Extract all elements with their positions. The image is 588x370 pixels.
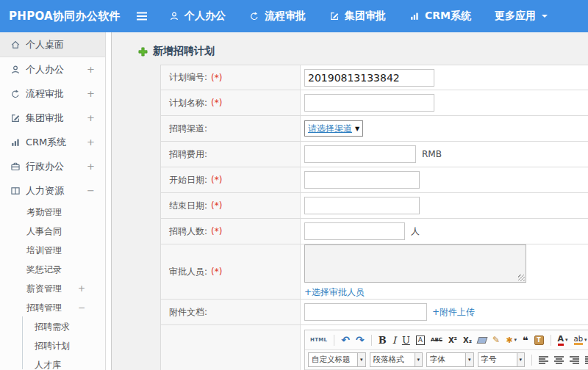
person-icon [10,65,21,75]
expand-plus-icon[interactable]: + [87,161,95,172]
sidebar-item-recruit-mgmt[interactable]: 招聘管理− [0,298,105,317]
approvers-link[interactable]: +选择审批人员 [304,286,365,299]
font-size-select[interactable]: 字号▾ [478,352,526,367]
align-center-button[interactable] [552,352,566,367]
caret-down-icon: ▾ [517,353,525,366]
custom-title-select[interactable]: 自定义标题▾ [308,352,366,367]
align-left-button[interactable] [537,352,551,367]
sidebar-item-salary-mgmt[interactable]: 薪资管理+ [0,279,105,298]
top-menu-label: 集团审批 [345,10,386,23]
end-date-input[interactable] [304,197,420,214]
chart-icon [409,11,420,21]
html-source-button[interactable]: HTML [308,333,329,347]
font-color-button[interactable]: A▾ [556,333,570,347]
eraser-button[interactable] [476,333,489,347]
top-menu-more-apps[interactable]: 更多应用 [495,10,548,23]
toolbar-glyph: B [379,335,387,346]
form-control-cell: 人 [301,219,588,244]
submenu-guide-line [22,316,23,369]
approvers-textarea[interactable] [304,244,526,283]
paragraph-format-select[interactable]: 段落格式▾ [370,352,423,367]
form-row-plan-name: 计划名称:(*) [161,90,588,116]
sidebar-item-admin-office[interactable]: 行政办公+ [0,154,105,178]
subscript-button[interactable]: X₂ [461,333,474,347]
start-date-input[interactable] [304,171,420,189]
italic-button[interactable]: I [390,333,398,347]
top-menu-crm-system[interactable]: CRM系统 [409,10,471,23]
sidebar-item-personal-office[interactable]: 个人办公+ [0,57,105,81]
required-marker: (*) [211,266,222,277]
align-right-button[interactable] [567,352,581,367]
bold-button[interactable]: B [376,333,389,347]
underline-button[interactable]: U [400,333,412,347]
sidebar-item-crm-system[interactable]: CRM系统+ [0,130,105,154]
sidebar-item-label: 招聘管理 [26,302,62,314]
sidebar-item-workflow-approval[interactable]: 流程审批+ [0,81,105,106]
top-menu-workflow-approval[interactable]: 流程审批 [249,10,306,23]
attachment-upload-link[interactable]: +附件上传 [432,306,475,319]
attachment-input[interactable] [304,303,427,321]
sidebar-scrollbar[interactable] [106,32,112,370]
sidebar-item-reward-punishment[interactable]: 奖惩记录 [0,260,105,279]
toolbar-glyph: T [534,335,544,345]
select-arrow-icon: ▼ [355,126,359,132]
expand-plus-icon[interactable]: + [87,64,95,75]
sidebar-item-human-resources[interactable]: 人力资源− [0,178,105,203]
form-row-plan-number: 计划编号:(*) [161,65,588,90]
paste-button[interactable]: T [532,333,546,347]
select-label: 字号 [478,355,517,365]
top-menu-personal-office[interactable]: 个人办公 [169,10,226,23]
recruit-channel-select[interactable]: 请选择渠道▼ [304,120,363,137]
select-value: 请选择渠道 [308,123,352,135]
autotypeset-button[interactable]: ✱▾ [503,333,519,347]
sidebar-item-group-approval[interactable]: 集团审批+ [0,106,105,130]
expand-plus-icon[interactable]: + [78,283,85,294]
sidebar-item-recruit-plan[interactable]: 招聘计划 [0,336,105,355]
form-row-attachment: 附件文档:+附件上传 [161,300,588,325]
sidebar-item-personal-desktop[interactable]: 个人桌面 [0,32,105,57]
recruit-cost-input[interactable] [304,145,416,163]
format-brush-button[interactable]: ✎ [490,333,502,347]
form-label-cell: 招聘渠道: [161,116,301,141]
form-label: 计划名称: [169,97,207,109]
font-border-button[interactable]: A [414,333,427,347]
font-family-select[interactable]: 字体▾ [426,352,474,367]
caret-down-icon [541,13,548,19]
rich-text-editor: HTML↶↷BIUAABCX²X₂✎✱▾❝TA▾ab▾自定义标题▾段落格式▾字体… [304,330,588,370]
sidebar-item-recruit-demand[interactable]: 招聘需求 [0,317,105,336]
form-control-cell [301,193,588,218]
sidebar-item-hr-contract[interactable]: 人事合同 [0,222,105,241]
blockquote-button[interactable]: ❝ [520,333,531,347]
strikethrough-button[interactable]: ABC [429,333,445,347]
expand-plus-icon[interactable]: + [87,88,95,99]
top-menu-group-approval[interactable]: 集团审批 [329,10,386,23]
redo-button[interactable]: ↷ [354,333,367,347]
align-center-icon [554,356,564,364]
highlight-color-button[interactable]: ab▾ [572,333,588,347]
justify-button[interactable] [583,352,588,367]
superscript-button[interactable]: X² [446,333,459,347]
form-label-cell: 招聘费用: [161,142,301,167]
required-marker: (*) [211,226,222,236]
expand-minus-icon[interactable]: − [78,302,85,313]
sidebar-item-attendance-mgmt[interactable]: 考勤管理 [0,203,105,222]
recruit-count-input[interactable] [304,222,405,240]
hamburger-menu-button[interactable] [135,11,148,21]
sidebar-item-label: 流程审批 [26,87,64,101]
main-content: 新增招聘计划 计划编号:(*)计划名称:(*)招聘渠道:请选择渠道▼招聘费用:R… [112,32,588,370]
undo-button[interactable]: ↶ [339,333,352,347]
sidebar-item-label: 人力资源 [26,184,64,197]
form-label: 招聘费用: [169,148,207,161]
sidebar-item-talent-pool[interactable]: 人才库 [0,355,105,370]
expand-plus-icon[interactable]: + [87,112,95,123]
edit-icon [329,11,340,21]
sidebar-item-label: 行政办公 [26,160,64,173]
expand-minus-icon[interactable]: − [87,185,95,196]
sidebar-item-training-mgmt[interactable]: 培训管理 [0,241,105,260]
toolbar-glyph: ab [574,335,583,345]
plan-name-input[interactable] [304,94,434,112]
toolbar-glyph: ✱ [506,335,512,345]
plan-number-input[interactable] [304,69,434,87]
expand-plus-icon[interactable]: + [87,137,95,148]
add-icon [138,47,148,57]
